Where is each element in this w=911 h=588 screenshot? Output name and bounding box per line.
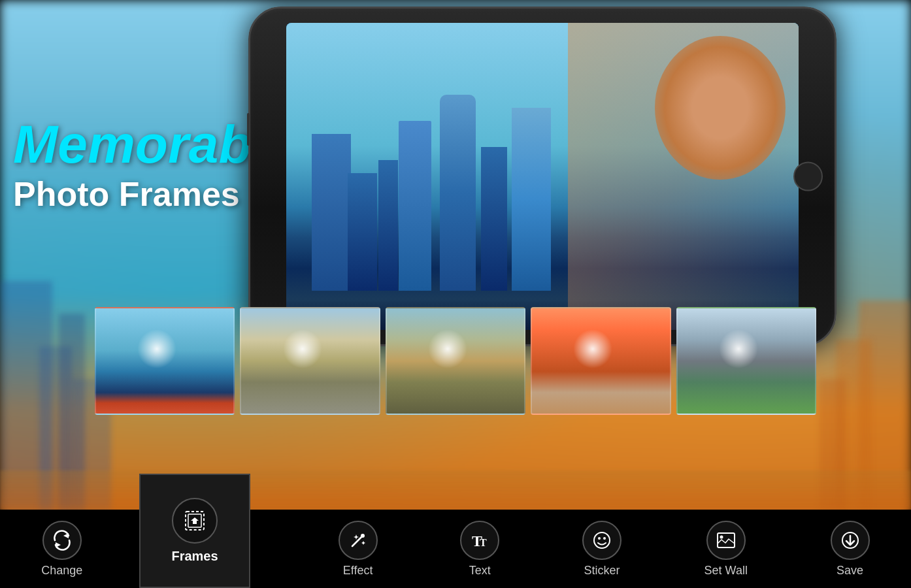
phone-building-1: [312, 134, 351, 291]
toolbar-item-text[interactable]: T T Text: [450, 515, 510, 583]
phone-home-button: [793, 162, 823, 191]
phone-side-button: [247, 113, 250, 146]
svg-point-8: [594, 532, 610, 548]
phone-screen-image: [286, 23, 799, 330]
toolbar-item-setwall[interactable]: Set Wall: [694, 515, 758, 583]
phone-building-4: [399, 121, 431, 291]
thumbnail-5[interactable]: [676, 307, 816, 415]
thumbnail-1[interactable]: [95, 307, 235, 415]
thumbnail-4[interactable]: [531, 307, 671, 415]
effect-icon: [339, 521, 378, 560]
svg-text:T: T: [480, 537, 487, 548]
phone-building-7: [512, 108, 551, 291]
phone-building-2: [348, 173, 377, 291]
phone-person-overlay: [568, 23, 799, 330]
toolbar-item-change[interactable]: Change: [31, 515, 93, 583]
sticker-label: Sticker: [584, 564, 620, 578]
setwall-label: Set Wall: [704, 564, 748, 578]
phone-person-face: [655, 36, 786, 180]
phone-mockup: [248, 7, 836, 346]
svg-rect-11: [718, 533, 735, 547]
save-icon-svg: [839, 529, 861, 551]
sticker-icon-svg: [591, 529, 613, 551]
effect-label: Effect: [343, 564, 373, 578]
ground-reflection: [0, 470, 911, 510]
save-label: Save: [836, 564, 863, 578]
lens-flare-5: [719, 329, 758, 368]
text-icon: T T: [460, 521, 499, 560]
frames-icon-svg: [184, 510, 206, 532]
svg-point-10: [603, 537, 606, 540]
lens-flare-4: [573, 329, 612, 368]
setwall-icon: [706, 521, 746, 560]
frames-active-box[interactable]: Frames: [139, 474, 250, 588]
svg-point-12: [720, 535, 723, 538]
setwall-icon-svg: [715, 529, 737, 551]
change-icon: [42, 521, 82, 560]
wand-icon-svg: [347, 529, 369, 551]
sticker-icon: [582, 521, 621, 560]
text-label: Text: [469, 564, 491, 578]
thumbnail-2[interactable]: [240, 307, 380, 415]
thumbnail-3[interactable]: [386, 307, 525, 415]
change-label: Change: [41, 564, 82, 578]
phone-building-3: [378, 160, 398, 291]
save-icon: [831, 521, 870, 560]
frames-active-icon: [172, 498, 218, 544]
phone-building-5: [440, 95, 476, 291]
lens-flare-2: [283, 329, 322, 368]
bottom-toolbar: Change Frames Effect T T Text: [0, 510, 911, 588]
svg-marker-3: [56, 542, 61, 547]
frames-active-label: Frames: [171, 549, 218, 564]
lens-flare-3: [428, 329, 467, 368]
toolbar-item-effect[interactable]: Effect: [328, 515, 388, 583]
text-icon-svg: T T: [469, 529, 491, 551]
refresh-icon-svg: [51, 529, 73, 551]
toolbar-item-save[interactable]: Save: [820, 515, 880, 583]
thumbnail-strip: [95, 307, 816, 415]
svg-marker-2: [63, 533, 69, 538]
svg-point-9: [598, 537, 601, 540]
svg-point-5: [361, 534, 365, 538]
lens-flare-1: [137, 329, 176, 368]
phone-body: [248, 7, 836, 346]
toolbar-item-sticker[interactable]: Sticker: [572, 515, 632, 583]
phone-screen: [286, 23, 799, 330]
phone-building-6: [481, 147, 507, 291]
